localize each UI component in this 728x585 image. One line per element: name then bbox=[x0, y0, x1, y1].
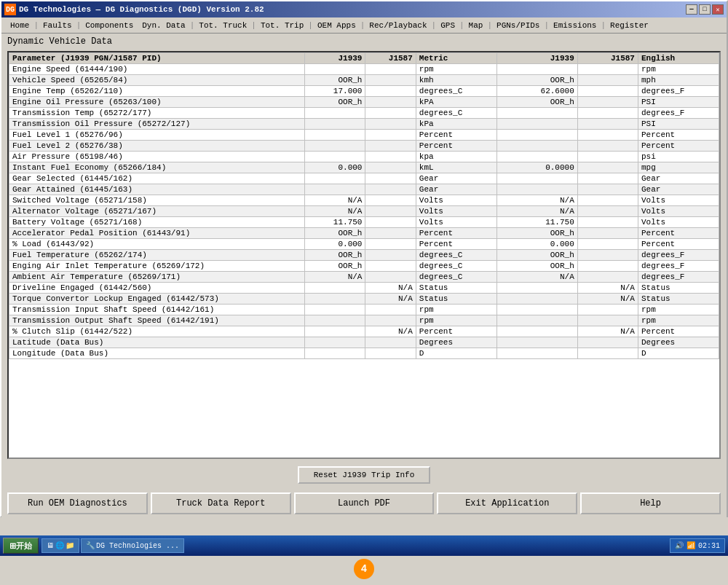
table-row: Battery Voltage (65271/168)11.750Volts11… bbox=[9, 217, 719, 228]
table-cell: OOR_h bbox=[496, 250, 577, 261]
table-cell: degrees_C bbox=[416, 250, 496, 261]
table-cell: kmL bbox=[416, 162, 496, 173]
table-cell: kPA bbox=[416, 97, 496, 108]
table-cell: D bbox=[416, 348, 496, 359]
table-cell: N/A bbox=[365, 283, 416, 294]
menu-tot-truck[interactable]: Tot. Truck bbox=[194, 20, 251, 31]
table-cell bbox=[365, 217, 416, 228]
menu-map[interactable]: Map bbox=[464, 20, 488, 31]
menu-rec-playback[interactable]: Rec/Playback bbox=[365, 20, 431, 31]
exit-application-button[interactable]: Exit Application bbox=[437, 492, 577, 514]
table-cell: Engine Speed (61444/190) bbox=[9, 64, 305, 75]
taskbar-app-label: DG Technologies ... bbox=[96, 542, 179, 550]
col-header-j1939a: J1939 bbox=[305, 53, 365, 64]
table-cell: degrees_F bbox=[638, 250, 719, 261]
menu-register[interactable]: Register bbox=[606, 20, 653, 31]
table-cell: degrees_F bbox=[638, 272, 719, 283]
menu-home[interactable]: Home bbox=[6, 20, 33, 31]
table-cell: 62.6000 bbox=[496, 86, 577, 97]
table-cell: Fuel Level 1 (65276/96) bbox=[9, 130, 305, 141]
col-header-j1939b: J1939 bbox=[496, 53, 577, 64]
table-cell: Percent bbox=[416, 326, 496, 337]
table-cell bbox=[496, 305, 577, 315]
table-cell: Vehicle Speed (65265/84) bbox=[9, 75, 305, 86]
table-cell bbox=[305, 315, 365, 326]
table-cell bbox=[365, 64, 416, 75]
menu-components[interactable]: Components bbox=[81, 20, 138, 31]
table-cell: Volts bbox=[416, 206, 496, 217]
table-cell: Status bbox=[416, 283, 496, 294]
menu-faults[interactable]: Faults bbox=[39, 20, 76, 31]
table-cell: Ambient Air Temperature (65269/171) bbox=[9, 272, 305, 283]
table-cell: Status bbox=[416, 294, 496, 305]
taskbar-item-icons[interactable]: 🖥 🌐 📁 bbox=[41, 538, 79, 553]
run-oem-button[interactable]: Run OEM Diagnostics bbox=[7, 492, 148, 514]
table-cell: OOR_h bbox=[305, 261, 365, 272]
table-cell: Alternator Voltage (65271/167) bbox=[9, 206, 305, 217]
reset-j1939-button[interactable]: Reset J1939 Trip Info bbox=[298, 466, 431, 484]
table-cell bbox=[305, 119, 365, 130]
table-cell: rpm bbox=[416, 315, 496, 326]
minimize-button[interactable]: — bbox=[686, 4, 697, 15]
maximize-button[interactable]: □ bbox=[699, 4, 711, 15]
table-cell bbox=[577, 162, 638, 173]
taskbar-app-item[interactable]: 🔧 DG Technologies ... bbox=[81, 538, 184, 553]
table-cell bbox=[365, 75, 416, 86]
table-cell: N/A bbox=[305, 195, 365, 206]
table-cell bbox=[577, 217, 638, 228]
table-cell: rpm bbox=[416, 305, 496, 315]
launch-pdf-button[interactable]: Launch PDF bbox=[294, 492, 435, 514]
table-cell: kpa bbox=[416, 152, 496, 162]
table-cell: kmh bbox=[416, 75, 496, 86]
table-cell: 0.000 bbox=[305, 162, 365, 173]
table-cell: mpg bbox=[638, 162, 719, 173]
table-row: Transmission Output Shaft Speed (61442/1… bbox=[9, 315, 719, 326]
table-cell bbox=[365, 184, 416, 195]
menu-dyn-data[interactable]: Dyn. Data bbox=[138, 20, 189, 31]
table-cell bbox=[305, 141, 365, 152]
table-cell bbox=[365, 86, 416, 97]
close-button[interactable]: ✕ bbox=[712, 4, 724, 15]
table-cell: OOR_h bbox=[496, 75, 577, 86]
start-button[interactable]: ⊞ 开始 bbox=[3, 538, 39, 554]
table-cell: N/A bbox=[305, 206, 365, 217]
table-cell bbox=[496, 108, 577, 119]
table-cell bbox=[577, 337, 638, 348]
truck-data-report-button[interactable]: Truck Data Report bbox=[151, 492, 291, 514]
table-cell bbox=[496, 294, 577, 305]
table-cell: degrees_C bbox=[416, 86, 496, 97]
table-cell bbox=[305, 337, 365, 348]
help-button[interactable]: Help bbox=[580, 492, 721, 514]
table-cell bbox=[365, 162, 416, 173]
data-table-container[interactable]: Parameter (J1939 PGN/J1587 PID) J1939 J1… bbox=[7, 51, 721, 459]
table-cell bbox=[577, 250, 638, 261]
menu-emissions[interactable]: Emissions bbox=[549, 20, 601, 31]
col-header-metric: Metric bbox=[416, 53, 496, 64]
table-cell bbox=[577, 348, 638, 359]
table-cell bbox=[365, 272, 416, 283]
table-row: Gear Attained (61445/163)GearGear bbox=[9, 184, 719, 195]
menu-tot-trip[interactable]: Tot. Trip bbox=[256, 20, 308, 31]
menu-gps[interactable]: GPS bbox=[436, 20, 459, 31]
table-cell bbox=[365, 337, 416, 348]
table-cell: Accelerator Pedal Position (61443/91) bbox=[9, 228, 305, 239]
menu-pgns-pids[interactable]: PGNs/PIDs bbox=[492, 20, 544, 31]
table-cell: Transmission Temp (65272/177) bbox=[9, 108, 305, 119]
table-cell bbox=[577, 173, 638, 184]
table-cell bbox=[577, 119, 638, 130]
table-cell bbox=[305, 305, 365, 315]
table-cell: Volts bbox=[638, 195, 719, 206]
table-cell: Fuel Level 2 (65276/38) bbox=[9, 141, 305, 152]
table-cell: OOR_h bbox=[305, 97, 365, 108]
table-row: Gear Selected (61445/162)GearGear bbox=[9, 173, 719, 184]
table-cell bbox=[577, 261, 638, 272]
table-cell bbox=[496, 173, 577, 184]
menu-oem-apps[interactable]: OEM Apps bbox=[313, 20, 360, 31]
table-cell: Transmission Oil Pressure (65272/127) bbox=[9, 119, 305, 130]
menu-bar: Home | Faults | Components Dyn. Data | T… bbox=[1, 17, 727, 34]
table-cell bbox=[577, 141, 638, 152]
table-cell bbox=[365, 315, 416, 326]
table-cell: OOR_h bbox=[305, 228, 365, 239]
table-cell: Fuel Temperature (65262/174) bbox=[9, 250, 305, 261]
table-cell bbox=[305, 130, 365, 141]
